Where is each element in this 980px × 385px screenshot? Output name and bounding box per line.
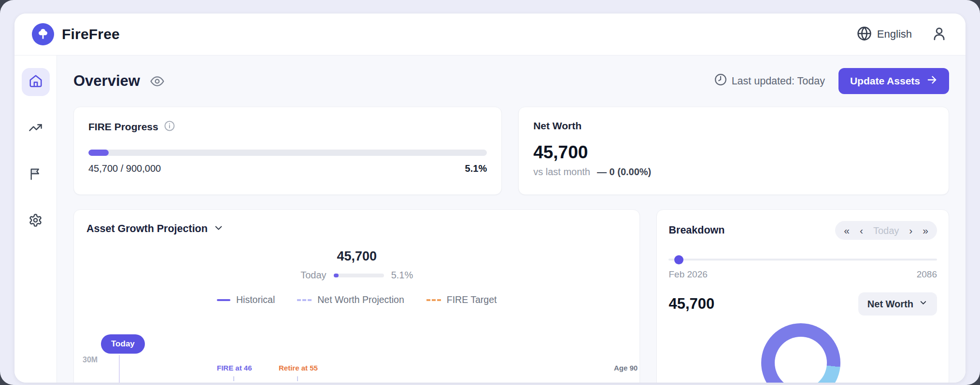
brand-name: FireFree [62, 26, 120, 42]
fire-progress-fraction: 45,700 / 900,000 [88, 163, 161, 174]
net-worth-compare-label: vs last month [533, 166, 590, 178]
sidebar-item-home[interactable] [22, 68, 50, 96]
historical-line-swatch [217, 299, 230, 301]
range-start-label: Feb 2026 [668, 269, 707, 280]
breakdown-title: Breakdown [668, 224, 724, 236]
projection-title: Asset Growth Projection [86, 223, 208, 235]
projection-today-label: Today [300, 270, 326, 281]
fire-target-line-swatch [426, 299, 441, 301]
body-row: Overview Last updated: Today Update Asse… [14, 55, 966, 383]
stats-row: FIRE Progress 45,700 / 900,000 5.1% [73, 107, 949, 195]
globe-icon [857, 26, 872, 43]
main-content: Overview Last updated: Today Update Asse… [57, 55, 966, 383]
legend-item[interactable]: Net Worth Projection [297, 294, 404, 305]
charts-row: Asset Growth Projection 45,700 Today 5.1… [73, 209, 949, 383]
update-assets-label: Update Assets [850, 75, 920, 87]
projection-mini-progress [334, 274, 384, 277]
fire-progress-percent: 5.1% [465, 163, 487, 174]
app-window: FireFree English [14, 14, 966, 383]
slider-handle[interactable] [674, 255, 683, 264]
window-frame: FireFree English [0, 0, 980, 385]
clock-icon [714, 73, 727, 89]
home-icon [28, 74, 43, 90]
fire-progress-card: FIRE Progress 45,700 / 900,000 5.1% [73, 107, 502, 195]
trending-up-icon [28, 121, 43, 137]
today-marker-line [119, 355, 120, 383]
net-worth-title: Net Worth [533, 120, 582, 132]
topbar-right: English [857, 26, 947, 43]
gear-icon [28, 213, 43, 229]
annotation-fire-age: FIRE at 46 [217, 364, 252, 372]
first-button[interactable]: « [844, 225, 850, 235]
sidebar-item-goals[interactable] [22, 161, 50, 189]
fire-progress-bar [88, 150, 487, 156]
axis-tick [233, 376, 234, 381]
last-button[interactable]: » [923, 225, 928, 235]
prev-button[interactable]: ‹ [860, 225, 863, 235]
annotation-retire-age: Retire at 55 [279, 364, 318, 372]
y-axis-tick: 30M [83, 356, 98, 364]
firefree-logo-icon [32, 23, 54, 45]
last-updated-label: Last updated: Today [732, 75, 825, 87]
fire-progress-fill [88, 150, 109, 156]
sidebar-item-growth[interactable] [22, 114, 50, 142]
asset-growth-projection-card: Asset Growth Projection 45,700 Today 5.1… [73, 209, 640, 383]
eye-icon[interactable] [150, 74, 165, 89]
page-header: Overview Last updated: Today Update Asse… [73, 68, 949, 94]
slider-track [668, 259, 937, 261]
net-worth-card: Net Worth 45,700 vs last month — 0 (0.00… [518, 107, 949, 195]
language-selector[interactable]: English [857, 26, 912, 43]
update-assets-button[interactable]: Update Assets [838, 68, 949, 94]
net-worth-value: 45,700 [533, 142, 934, 163]
metric-selector-button[interactable]: Net Worth [858, 292, 937, 316]
info-icon[interactable] [164, 120, 175, 134]
sidebar [14, 55, 57, 383]
language-label: English [877, 28, 912, 41]
axis-tick [297, 376, 298, 381]
projection-title-dropdown[interactable]: Asset Growth Projection [86, 222, 627, 235]
projection-percent: 5.1% [391, 270, 413, 281]
nav-today-button[interactable]: Today [873, 226, 899, 235]
timeline-slider[interactable] [668, 255, 937, 264]
projection-center-value: 45,700 [86, 249, 627, 264]
legend-item[interactable]: FIRE Target [426, 294, 497, 305]
legend-item[interactable]: Historical [217, 294, 275, 305]
fire-progress-title: FIRE Progress [88, 121, 158, 133]
chevron-down-icon [919, 298, 928, 310]
page-title: Overview [73, 72, 140, 90]
chart-legend: Historical Net Worth Projection FIRE Tar… [86, 294, 627, 305]
breakdown-donut-chart[interactable] [761, 323, 840, 383]
today-badge[interactable]: Today [101, 334, 145, 354]
net-worth-delta: — 0 (0.00%) [597, 166, 651, 178]
user-icon[interactable] [931, 26, 947, 43]
range-end-label: 2086 [917, 269, 937, 280]
breakdown-nav: « ‹ Today › » [835, 221, 937, 240]
projection-line-swatch [297, 299, 312, 301]
flag-icon [29, 167, 43, 182]
sidebar-item-settings[interactable] [22, 207, 50, 235]
next-button[interactable]: › [909, 225, 912, 235]
annotation-end-age: Age 90 [614, 364, 638, 372]
last-updated: Last updated: Today [714, 73, 825, 89]
breakdown-card: Breakdown « ‹ Today › » [656, 209, 949, 383]
topbar: FireFree English [14, 14, 966, 55]
breakdown-value: 45,700 [668, 295, 714, 313]
chevron-down-icon [213, 222, 224, 235]
arrow-right-icon [926, 74, 937, 88]
brand: FireFree [32, 23, 120, 45]
